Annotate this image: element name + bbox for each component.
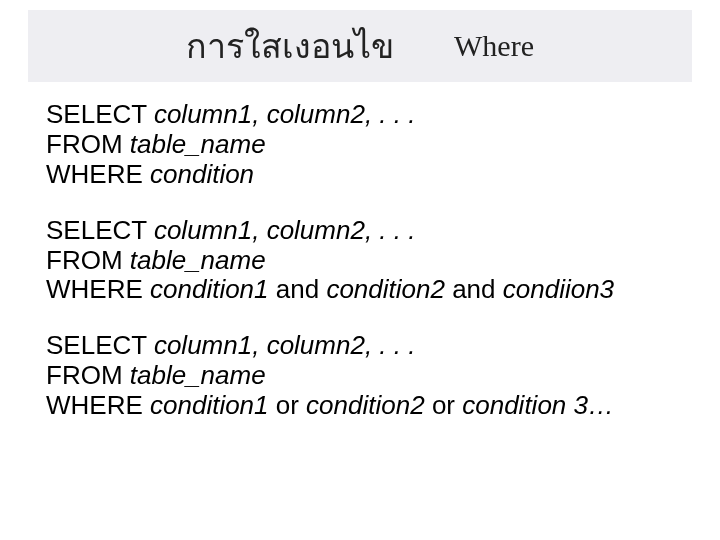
kw-select: SELECT <box>46 330 154 360</box>
kw-and: and <box>276 274 327 304</box>
sql-line: WHERE condition1 and condition2 and cond… <box>46 275 690 305</box>
sql-condition: condition1 <box>150 274 276 304</box>
kw-select: SELECT <box>46 99 154 129</box>
sql-line: WHERE condition <box>46 160 690 190</box>
title-bar: การใสเงอนไข Where <box>28 10 692 82</box>
kw-select: SELECT <box>46 215 154 245</box>
sql-table: table_name <box>130 245 266 275</box>
sql-columns: column1, column2, . . . <box>154 215 416 245</box>
sql-condition: condiion3 <box>503 274 614 304</box>
sql-line: FROM table_name <box>46 246 690 276</box>
sql-line: SELECT column1, column2, . . . <box>46 100 690 130</box>
sql-block-2: SELECT column1, column2, . . . FROM tabl… <box>46 216 690 306</box>
sql-condition: condition2 <box>326 274 452 304</box>
sql-line: WHERE condition1 or condition2 or condit… <box>46 391 690 421</box>
sql-line: FROM table_name <box>46 361 690 391</box>
kw-from: FROM <box>46 360 130 390</box>
kw-or: or <box>276 390 306 420</box>
sql-columns: column1, column2, . . . <box>154 330 416 360</box>
sql-condition: condition1 <box>150 390 276 420</box>
title-thai: การใสเงอนไข <box>186 19 394 73</box>
kw-or: or <box>432 390 462 420</box>
sql-table: table_name <box>130 129 266 159</box>
kw-where: WHERE <box>46 390 150 420</box>
kw-from: FROM <box>46 129 130 159</box>
kw-where: WHERE <box>46 159 150 189</box>
sql-block-3: SELECT column1, column2, . . . FROM tabl… <box>46 331 690 421</box>
sql-condition: condition <box>150 159 254 189</box>
kw-and: and <box>452 274 503 304</box>
sql-columns: column1, column2, . . . <box>154 99 416 129</box>
sql-condition: condition 3… <box>462 390 614 420</box>
sql-line: SELECT column1, column2, . . . <box>46 216 690 246</box>
sql-line: FROM table_name <box>46 130 690 160</box>
kw-from: FROM <box>46 245 130 275</box>
sql-line: SELECT column1, column2, . . . <box>46 331 690 361</box>
slide-body: SELECT column1, column2, . . . FROM tabl… <box>46 100 690 447</box>
slide: การใสเงอนไข Where SELECT column1, column… <box>0 0 720 540</box>
sql-condition: condition2 <box>306 390 432 420</box>
title-eng: Where <box>454 29 534 63</box>
sql-table: table_name <box>130 360 266 390</box>
kw-where: WHERE <box>46 274 150 304</box>
sql-block-1: SELECT column1, column2, . . . FROM tabl… <box>46 100 690 190</box>
